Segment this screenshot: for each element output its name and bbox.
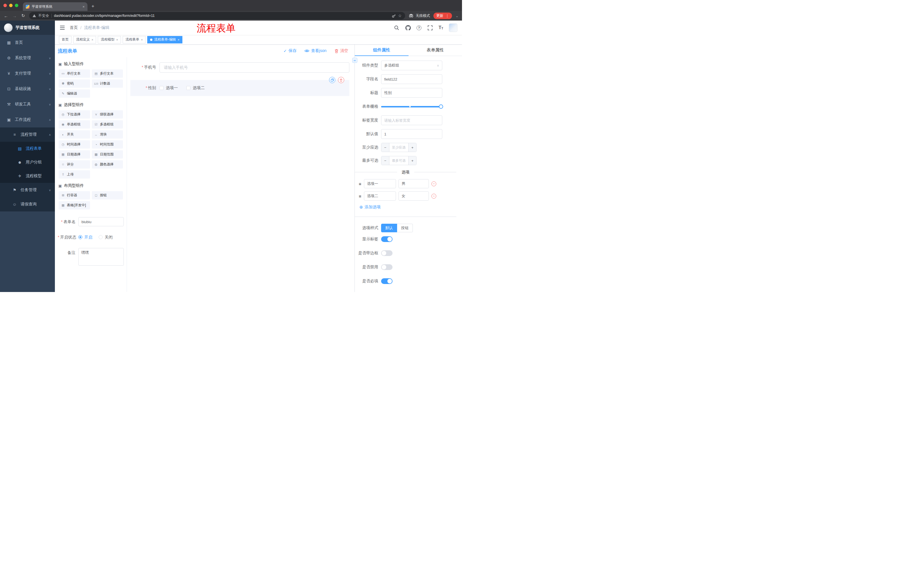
sidebar-item-task-management[interactable]: ⚑ 任务管理 ∨ [0,183,55,197]
decrease-button[interactable]: − [381,143,389,152]
tab-process-model[interactable]: 流程模型 × [98,36,120,43]
title-input[interactable] [381,88,442,98]
url-text[interactable]: dashboard.yudao.iocoder.cn/bpm/manager/f… [54,14,389,18]
palette-item-time-range[interactable]: ◔时间范围 [92,140,123,148]
security-label[interactable]: 不安全 [38,13,49,18]
browser-tab[interactable]: 芋道管理系统 × [23,2,87,11]
tab-process-definition[interactable]: 流程定义 × [73,36,96,43]
drag-handle-icon[interactable]: ≡ [359,194,361,199]
style-button-button[interactable]: 按钮 [397,224,413,232]
sidebar-item-infrastructure[interactable]: ⊡ 基础设施 ∨ [0,81,55,97]
search-icon[interactable] [394,25,399,31]
show-label-toggle[interactable] [381,236,393,242]
remove-option-button[interactable]: − [431,194,436,199]
palette-item-date-picker[interactable]: ▦日期选择 [59,150,90,159]
update-button[interactable]: 更新 ⋮ [433,13,452,19]
style-default-button[interactable]: 默认 [381,224,397,232]
back-icon[interactable]: ← [3,13,8,18]
palette-item-select[interactable]: ◎下拉选择 [59,110,90,118]
label-width-input[interactable] [381,115,442,125]
status-on-radio[interactable]: 开启 [78,233,92,242]
palette-item-counter[interactable]: 123计数器 [92,79,123,88]
reload-icon[interactable]: ↻ [21,13,26,18]
gender-option-2[interactable]: 选项二 [186,86,205,90]
sidebar-item-process-model[interactable]: ✈ 流程模型 [0,169,55,183]
default-value-input[interactable] [381,129,442,139]
palette-item-textarea[interactable]: ▤多行文本 [92,69,123,78]
slider-track[interactable] [381,106,442,107]
form-canvas[interactable]: *手机号 [127,57,355,292]
option-label-input[interactable] [364,179,396,188]
status-off-radio[interactable]: 关闭 [99,233,113,242]
drag-handle-icon[interactable]: ≡ [359,181,361,186]
tab-component-props[interactable]: 组件属性 [355,44,409,56]
palette-item-rate[interactable]: ☆评分 [59,160,90,169]
palette-item-single-line-text[interactable]: ▭单行文本 [59,69,90,78]
border-toggle[interactable] [381,250,393,256]
tab-process-form-edit[interactable]: 流程表单-编辑 × [147,36,182,43]
sidebar-item-process-management[interactable]: ≡ 流程管理 ∧ [0,127,55,142]
close-icon[interactable]: × [141,38,143,41]
sidebar-item-leave-query[interactable]: ☺ 请假查询 [0,197,55,211]
required-toggle[interactable] [381,278,393,284]
disabled-toggle[interactable] [381,264,393,270]
form-name-input[interactable] [78,217,124,226]
view-json-button[interactable]: 查看json [304,48,327,53]
tab-close-icon[interactable]: × [82,5,85,9]
palette-item-editor[interactable]: ✎编辑器 [59,89,90,98]
sidebar-item-process-form[interactable]: ▤ 流程表单 [0,142,55,155]
delete-widget-button[interactable] [338,77,344,83]
bookmark-star-icon[interactable]: ☆ [398,13,402,18]
palette-item-date-range[interactable]: ▩日期范围 [92,150,123,159]
close-window-button[interactable] [3,4,7,7]
sidebar-item-dev-tools[interactable]: ⚒ 研发工具 ∨ [0,97,55,112]
option-label-input[interactable] [364,191,396,201]
palette-item-table[interactable]: ▦表格[开发中] [59,201,90,209]
checkbox-icon[interactable] [160,86,163,90]
gender-option-1[interactable]: 选项一 [160,86,178,90]
tab-home[interactable]: 首页 [59,36,71,43]
palette-item-button[interactable]: ◻按钮 [92,191,123,199]
password-key-icon[interactable] [392,14,396,18]
increase-button[interactable]: + [408,156,416,165]
component-type-select[interactable]: 多选框组 ∨ [381,61,442,70]
palette-item-password[interactable]: ✽密码 [59,79,90,88]
phone-input[interactable] [160,62,349,72]
palette-item-upload[interactable]: ⇧上传 [59,170,90,179]
font-size-icon[interactable]: TT [439,25,443,30]
tab-form-props[interactable]: 表单属性 [409,44,462,56]
palette-item-radio-group[interactable]: ◉单选框组 [59,120,90,128]
close-icon[interactable]: × [91,38,93,41]
maximize-window-button[interactable] [15,4,18,7]
address-bar[interactable]: 不安全 dashboard.yudao.iocoder.cn/bpm/manag… [29,12,405,20]
help-icon[interactable]: ? [417,25,421,30]
decrease-button[interactable]: − [381,156,389,165]
clear-button[interactable]: 清空 [335,48,348,53]
minimize-window-button[interactable] [9,4,13,7]
phone-field-widget[interactable]: *手机号 [130,62,349,72]
profile-caret-icon[interactable]: ⌄ [455,14,459,18]
checkbox-icon[interactable] [186,86,190,90]
palette-item-color-picker[interactable]: ◍颜色选择 [92,160,123,169]
min-select-input[interactable] [389,143,408,152]
sidebar-item-workflow[interactable]: ▣ 工作流程 ∧ [0,112,55,127]
forward-icon[interactable]: → [12,13,17,18]
palette-item-cascader[interactable]: ⋎级联选择 [92,110,123,118]
add-option-button[interactable]: ⊕ 添加选项 [360,204,456,210]
tab-process-form[interactable]: 流程表单 × [123,36,145,43]
field-name-input[interactable] [381,74,442,84]
palette-item-time-picker[interactable]: ◷时间选择 [59,140,90,148]
sidebar-logo[interactable]: 芋道管理系统 [0,21,55,35]
palette-item-row-container[interactable]: ⊞行容器 [59,191,90,199]
increase-button[interactable]: + [408,143,416,152]
save-button[interactable]: ✓ 保存 [284,48,297,53]
palette-item-checkbox-group[interactable]: ☑多选框组 [92,120,123,128]
fullscreen-icon[interactable] [427,25,433,31]
avatar[interactable] [449,23,457,32]
new-tab-button[interactable]: + [91,3,94,9]
palette-item-slider[interactable]: ↔滑块 [92,130,123,138]
max-select-input[interactable] [389,156,408,165]
hamburger-icon[interactable] [59,25,65,31]
option-value-input[interactable] [399,191,429,201]
palette-item-switch[interactable]: ◐开关 [59,130,90,138]
